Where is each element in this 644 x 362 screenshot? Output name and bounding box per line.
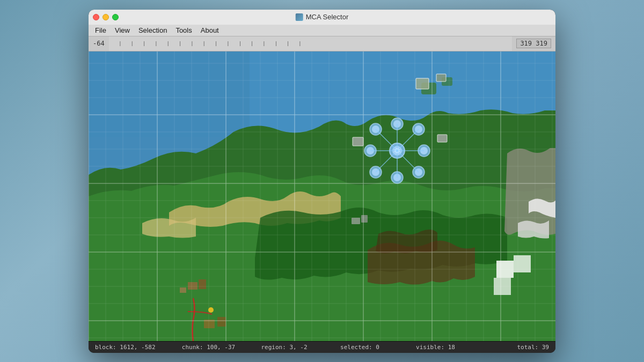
svg-rect-11 bbox=[217, 317, 226, 327]
svg-rect-5 bbox=[188, 282, 197, 290]
menu-tools[interactable]: Tools bbox=[171, 25, 196, 35]
menu-about[interactable]: About bbox=[196, 25, 223, 35]
menu-file[interactable]: File bbox=[91, 25, 111, 35]
svg-rect-100 bbox=[416, 78, 429, 89]
coord-display: -64 bbox=[93, 40, 105, 47]
status-block: block: 1612, -582 bbox=[95, 344, 171, 351]
window-title: MCA Selector bbox=[296, 13, 348, 21]
traffic-lights bbox=[93, 14, 119, 20]
chunk-y: 319 bbox=[536, 40, 547, 47]
close-button[interactable] bbox=[93, 14, 99, 20]
status-selected: selected: 0 bbox=[322, 344, 398, 351]
ruler-ticks: || || || || || || || || bbox=[120, 41, 301, 46]
menu-view[interactable]: View bbox=[111, 25, 134, 35]
title-text: MCA Selector bbox=[306, 13, 348, 21]
status-chunk: chunk: 100, -37 bbox=[171, 344, 246, 351]
app-window: MCA Selector File View Selection Tools A… bbox=[89, 10, 555, 353]
svg-rect-8 bbox=[352, 218, 360, 224]
map-terrain bbox=[89, 51, 555, 341]
chunk-x: 319 bbox=[520, 40, 532, 47]
app-icon bbox=[296, 13, 303, 21]
status-bar: block: 1612, -582 chunk: 100, -37 region… bbox=[89, 341, 555, 353]
status-visible: visible: 18 bbox=[398, 344, 473, 351]
map-container[interactable] bbox=[89, 51, 555, 341]
minimize-button[interactable] bbox=[103, 14, 109, 20]
menu-selection[interactable]: Selection bbox=[134, 25, 171, 35]
svg-point-104 bbox=[208, 307, 214, 313]
svg-rect-13 bbox=[514, 255, 531, 272]
svg-rect-6 bbox=[199, 279, 206, 289]
status-total: total: 39 bbox=[473, 344, 549, 351]
svg-rect-9 bbox=[361, 215, 368, 223]
menubar: File View Selection Tools About bbox=[89, 25, 555, 36]
svg-rect-102 bbox=[353, 137, 363, 146]
svg-rect-7 bbox=[180, 287, 186, 293]
toolbar: -64 || || || || || || || || 319 319 bbox=[89, 36, 555, 51]
ruler: || || || || || || || || bbox=[109, 36, 513, 51]
chunk-coords: 319 319 bbox=[516, 39, 551, 48]
maximize-button[interactable] bbox=[112, 14, 119, 20]
status-region: region: 3, -2 bbox=[246, 344, 322, 351]
titlebar: MCA Selector bbox=[89, 10, 555, 25]
svg-rect-101 bbox=[436, 74, 446, 82]
svg-rect-103 bbox=[437, 135, 447, 142]
